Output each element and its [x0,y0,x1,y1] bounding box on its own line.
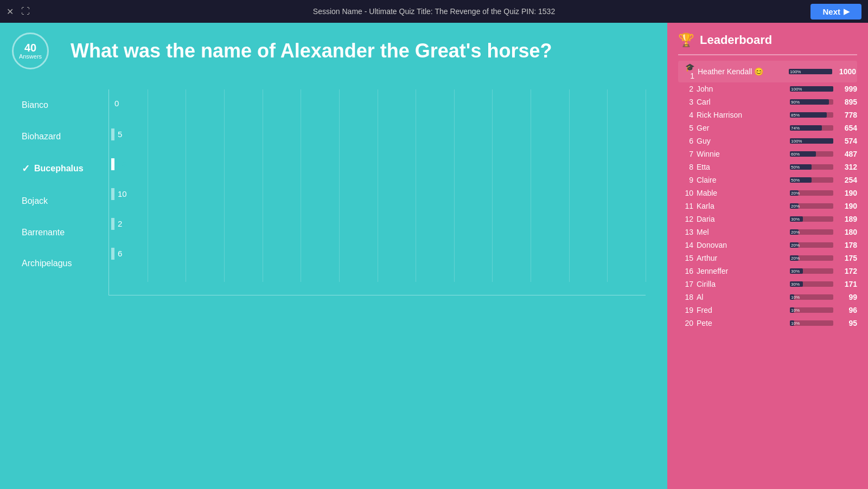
bar-row: 13 [109,158,646,170]
leaderboard-row: 5Ger74%654 [678,121,857,134]
chart-area: BiancoBiohazard✓BucephalusBojackBarrenan… [22,89,646,295]
leaderboard-name: Jenneffer [697,267,787,275]
leaderboard-row: 9Claire50%254 [678,173,857,186]
leaderboard-bar-pct: 60% [791,152,800,157]
leaderboard-score: 487 [837,150,857,158]
leaderboard-score: 654 [837,124,857,132]
leaderboard-row: 4Rick Harrison85%778 [678,108,857,121]
leaderboard-row: 16Jenneffer30%172 [678,265,857,278]
leaderboard-score: 172 [837,267,857,275]
leaderboard-row: 8Etta50%312 [678,160,857,173]
answer-label: ✓Bucephalus [22,163,103,175]
leaderboard-name: Carl [697,98,787,106]
leaderboard-bar-wrap: 20% [790,242,833,248]
leaderboard-bar-wrap: 60% [790,151,833,157]
bar-row: 5 [109,128,646,140]
bar-value: 2 [118,219,122,228]
leaderboard-name: Mable [697,189,787,197]
bar-value: 13 [118,159,127,169]
leaderboard-bar-pct: 50% [791,165,800,170]
leaderboard-rank: 🎓 1 [679,63,694,80]
leaderboard-bar-wrap: 100% [789,69,832,74]
leaderboard-row: 🎓 1Heather Kendall 😊100%1000 [678,61,857,82]
leaderboard-score: 1000 [835,67,856,76]
grid-line [646,89,646,282]
leaderboard-rank: 5 [678,124,693,132]
leaderboard-name: Etta [697,163,787,171]
question-panel: 40 Answers What was the name of Alexande… [0,23,667,489]
leaderboard-score: 99 [837,293,857,301]
leaderboard-name: Rick Harrison [697,111,787,119]
answer-bar [111,248,114,260]
leaderboard-bar-pct: 20% [791,256,800,261]
leaderboard-bar-pct: 100% [791,87,802,92]
leaderboard-name: Guy [697,137,787,145]
answer-bar [111,128,114,140]
leaderboard-score: 175 [837,254,857,262]
bar-row: 6 [109,248,646,260]
leaderboard-rank: 20 [678,319,693,327]
leaderboard-bar-wrap: 90% [790,99,833,105]
leaderboard-rank: 17 [678,280,693,288]
leaderboard-score: 96 [837,306,857,314]
expand-icon[interactable]: ⛶ [21,7,30,16]
leaderboard-bar-pct: 10% [791,295,800,300]
leaderboard-rank: 6 [678,137,693,145]
leaderboard-bar-pct: 85% [791,113,800,118]
leaderboard-row: 11Karla20%190 [678,200,857,213]
leaderboard-bar-wrap: 10% [790,294,833,300]
leaderboard-name: Ger [697,124,787,132]
leaderboard-icon: 🏆 [678,33,694,48]
leaderboard-bar-wrap: 20% [790,203,833,209]
leaderboard-name: Donovan [697,241,787,249]
bar-value: 6 [118,249,122,258]
leaderboard-name: Al [697,293,787,301]
bar-wrap: 10 [111,188,127,200]
leaderboard-score: 778 [837,111,857,119]
leaderboard-bar-wrap: 74% [790,125,833,131]
answer-label: Bianco [22,100,103,110]
leaderboard-rank: 13 [678,228,693,236]
leaderboard-row: 6Guy100%574 [678,134,857,147]
leaderboard-bar-wrap: 100% [790,138,833,144]
leaderboard-rank: 7 [678,150,693,158]
bar-wrap: 5 [111,128,122,140]
bar-wrap: 13 [111,158,127,170]
bar-row: 2 [109,218,646,230]
leaderboard-rank: 9 [678,176,693,184]
leaderboard-list: 🎓 1Heather Kendall 😊100%10002John100%999… [678,61,857,330]
leaderboard-bar-wrap: 20% [790,229,833,235]
next-button[interactable]: Next ▶ [810,4,861,20]
leaderboard-row: 19Fred10%96 [678,304,857,317]
leaderboard-bar-wrap: 85% [790,112,833,118]
answers-label: Answers [19,53,42,60]
leaderboard-score: 312 [837,163,857,171]
leaderboard-name: John [697,85,787,93]
leaderboard-row: 20Pete10%95 [678,317,857,330]
leaderboard-score: 95 [837,319,857,327]
leaderboard-rank: 19 [678,306,693,314]
leaderboard-bar-pct: 100% [791,139,802,144]
leaderboard-score: 171 [837,280,857,288]
bar-row: 0 [109,99,646,108]
leaderboard-name: Karla [697,202,787,210]
leaderboard-rank: 11 [678,202,693,210]
leaderboard-name: Fred [697,306,787,314]
leaderboard-bar-wrap: 10% [790,320,833,326]
leaderboard-bar-wrap: 50% [790,177,833,183]
topbar: ✕ ⛶ Session Name - Ultimate Quiz Title: … [0,0,868,23]
leaderboard-score: 254 [837,176,857,184]
leaderboard-bar-pct: 20% [791,204,800,209]
leaderboard-bar-pct: 30% [791,217,800,222]
session-info: Session Name - Ultimate Quiz Title: The … [313,7,555,16]
correct-checkmark: ✓ [22,163,30,175]
next-label: Next [822,7,840,16]
leaderboard-row: 2John100%999 [678,82,857,95]
topbar-left: ✕ ⛶ [7,7,30,17]
close-icon[interactable]: ✕ [7,7,14,17]
leaderboard-row: 10Mable20%190 [678,186,857,200]
leaderboard-bar-pct: 30% [791,269,800,274]
chart-bars: 05131026 [108,89,646,295]
leaderboard-bar-pct: 20% [791,191,800,196]
bar-value: 0 [114,99,119,108]
